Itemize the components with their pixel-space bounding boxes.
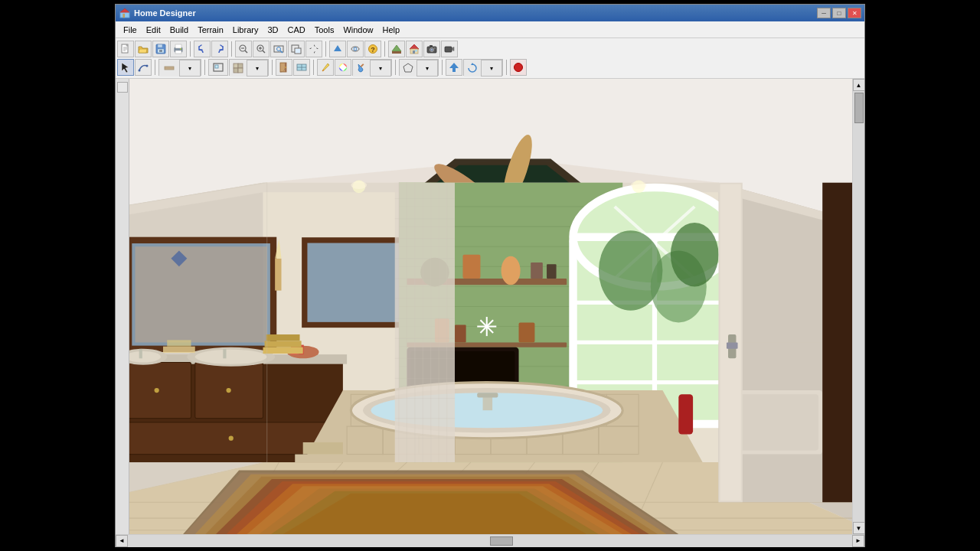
svg-rect-127 [167, 340, 191, 346]
house-button[interactable] [406, 41, 423, 57]
svg-point-250 [351, 181, 367, 189]
move-up-button[interactable] [446, 59, 462, 76]
room-button[interactable] [208, 59, 228, 76]
svg-rect-148 [531, 262, 543, 279]
new-button[interactable] [117, 41, 134, 57]
tb2-sep-6 [442, 60, 443, 75]
select-button[interactable] [117, 59, 134, 76]
menu-tools[interactable]: Tools [310, 24, 339, 36]
scroll-left-arrow[interactable]: ◄ [116, 535, 128, 547]
scroll-thumb-vertical[interactable] [854, 93, 864, 123]
svg-rect-14 [175, 44, 181, 48]
zoom-in-button[interactable] [253, 41, 270, 57]
svg-marker-52 [122, 63, 129, 73]
zoom-fit-button[interactable] [270, 41, 287, 57]
draw-curve-button[interactable] [135, 59, 152, 76]
close-button[interactable]: ✕ [848, 8, 861, 18]
undo-button[interactable] [194, 41, 211, 57]
menu-build[interactable]: Build [165, 24, 193, 36]
svg-point-25 [277, 47, 281, 51]
save-button[interactable] [152, 41, 169, 57]
arrow-up-button[interactable] [329, 41, 346, 57]
scroll-track-vertical[interactable] [853, 91, 865, 522]
shape-button[interactable] [400, 60, 416, 77]
menu-terrain[interactable]: Terrain [193, 24, 228, 36]
scroll-thumb-horizontal[interactable] [490, 536, 513, 546]
menu-cad[interactable]: CAD [283, 24, 309, 36]
svg-rect-199 [678, 394, 693, 434]
svg-marker-39 [392, 45, 401, 51]
shape-dropdown[interactable]: ▾ [416, 60, 438, 77]
menu-3d[interactable]: 3D [263, 24, 283, 36]
color-palette-button[interactable] [335, 59, 351, 76]
svg-rect-62 [238, 68, 243, 73]
scroll-up-arrow[interactable]: ▲ [853, 79, 865, 91]
help-button[interactable]: ? [364, 41, 381, 57]
scroll-down-arrow[interactable]: ▼ [853, 522, 865, 534]
left-sidebar [116, 79, 129, 534]
svg-rect-126 [163, 347, 195, 353]
title-bar: Home Designer ─ □ ✕ [116, 5, 864, 21]
window-title: Home Designer [134, 8, 817, 18]
zoom-out-small-button[interactable] [235, 41, 252, 57]
rotate-button[interactable] [464, 60, 481, 77]
menu-file[interactable]: File [119, 24, 142, 36]
svg-rect-10 [158, 44, 162, 47]
paint-dropdown[interactable]: ▾ [370, 60, 391, 77]
toolbar-container: ? [116, 38, 864, 79]
svg-rect-12 [159, 50, 162, 52]
camera-button[interactable] [423, 41, 440, 57]
orbit-button[interactable] [347, 41, 364, 57]
dec-block-button[interactable] [230, 60, 247, 77]
svg-point-251 [631, 181, 647, 189]
app-icon [119, 7, 131, 19]
svg-marker-32 [309, 47, 313, 49]
door-tool-button[interactable] [276, 59, 292, 76]
open-button[interactable] [135, 41, 152, 57]
menu-help[interactable]: Help [378, 24, 405, 36]
svg-rect-44 [415, 50, 417, 52]
svg-line-23 [263, 51, 265, 53]
svg-rect-71 [361, 64, 364, 67]
dec-block-dropdown[interactable]: ▾ [247, 60, 268, 77]
menu-library[interactable]: Library [228, 24, 263, 36]
window-tool-button[interactable] [293, 59, 310, 76]
toolbar-row-1: ? [117, 40, 863, 58]
horizontal-scrollbar[interactable]: ◄ ► [116, 534, 864, 546]
roof-button[interactable] [388, 41, 405, 57]
minimize-button[interactable]: ─ [817, 8, 831, 18]
video-camera-button[interactable] [441, 41, 458, 57]
bathroom-render [129, 79, 852, 534]
maximize-button[interactable]: □ [832, 8, 846, 18]
svg-rect-49 [434, 47, 436, 49]
menu-window[interactable]: Window [338, 24, 377, 36]
scroll-right-arrow[interactable]: ► [852, 535, 864, 547]
svg-rect-222 [263, 347, 303, 354]
zoom-window-button[interactable] [288, 41, 305, 57]
vertical-scrollbar[interactable]: ▲ ▼ [852, 79, 864, 534]
print-button[interactable] [170, 41, 187, 57]
svg-marker-33 [315, 47, 318, 49]
stop-button[interactable] [510, 59, 527, 76]
pencil-button[interactable] [317, 59, 334, 76]
menu-edit[interactable]: Edit [142, 24, 165, 36]
svg-rect-59 [234, 64, 238, 68]
svg-point-65 [285, 67, 286, 68]
wall-type-button[interactable] [159, 60, 179, 77]
pan-button[interactable] [305, 41, 322, 57]
sidebar-tool-1[interactable] [117, 82, 128, 93]
wall-type-dropdown[interactable]: ▾ [179, 60, 201, 77]
svg-rect-61 [234, 68, 238, 73]
paint-button[interactable] [353, 60, 370, 77]
svg-rect-105 [129, 363, 191, 419]
svg-rect-146 [462, 255, 480, 279]
redo-button[interactable] [211, 41, 228, 57]
svg-rect-210 [727, 342, 738, 348]
svg-rect-50 [445, 47, 452, 52]
canvas-area [129, 79, 852, 534]
rotate-dropdown[interactable]: ▾ [481, 60, 502, 77]
svg-marker-1 [120, 8, 129, 12]
svg-rect-204 [730, 394, 818, 450]
tb2-sep-7 [506, 60, 507, 75]
scroll-track-horizontal[interactable] [128, 535, 852, 547]
